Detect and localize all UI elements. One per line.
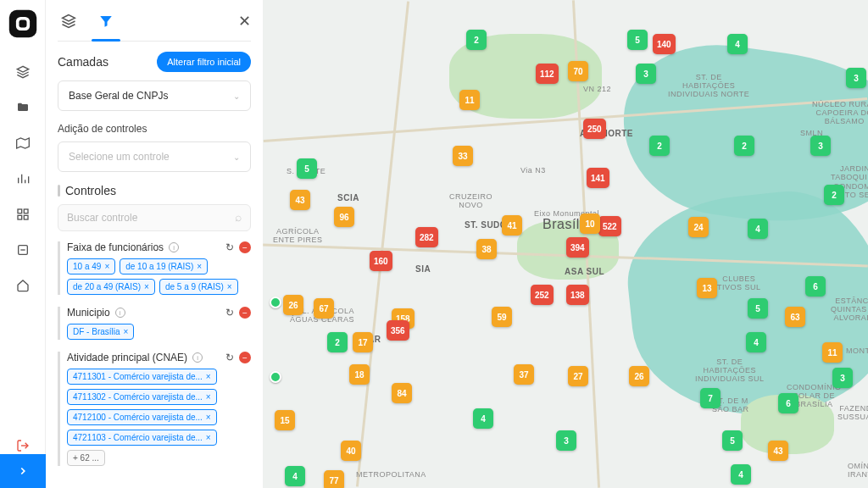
alterar-filtro-button[interactable]: Alterar filtro inicial	[157, 52, 251, 72]
reload-icon[interactable]: ↻	[225, 352, 234, 363]
cluster-marker[interactable]: 138	[566, 285, 589, 305]
cluster-marker[interactable]: 5	[627, 30, 648, 50]
cluster-marker[interactable]: 96	[334, 207, 354, 227]
cluster-marker[interactable]: 252	[531, 285, 554, 305]
cluster-marker[interactable]: 17	[353, 332, 373, 352]
cluster-marker[interactable]: 5	[722, 430, 743, 451]
base-layer-select[interactable]: Base Geral de CNPJs ⌄	[58, 80, 251, 111]
cluster-marker[interactable]: 24	[688, 217, 709, 237]
rail-home-icon[interactable]	[14, 277, 31, 294]
chip-remove-icon[interactable]: ×	[206, 413, 211, 422]
filter-chip[interactable]: de 10 a 19 (RAIS)×	[120, 258, 208, 274]
filter-chip[interactable]: 4721103 - Comércio varejista de...×	[67, 430, 217, 446]
cluster-marker[interactable]: 394	[566, 237, 589, 258]
cluster-marker[interactable]: 33	[453, 146, 473, 166]
filter-chip[interactable]: 4711302 - Comércio varejista de...×	[67, 389, 217, 405]
cluster-marker[interactable]: 2	[327, 332, 348, 352]
cluster-marker[interactable]: 40	[341, 441, 361, 461]
cluster-marker[interactable]: 7	[700, 388, 721, 408]
rail-apps-icon[interactable]	[14, 206, 31, 223]
cluster-marker[interactable]: 63	[785, 307, 805, 327]
cluster-marker[interactable]: 160	[370, 251, 392, 271]
cluster-marker[interactable]: 13	[697, 278, 717, 298]
reload-icon[interactable]: ↻	[225, 307, 234, 319]
rail-export-icon[interactable]	[14, 241, 31, 258]
info-icon[interactable]: i	[115, 308, 125, 318]
map-canvas[interactable]: Brasília ASA NORTEASA SULST. SUDOESSIAGU…	[263, 0, 868, 488]
cluster-marker[interactable]: 3	[832, 368, 853, 388]
cluster-marker[interactable]: 4	[748, 219, 768, 239]
cluster-marker[interactable]: 67	[314, 298, 334, 319]
remove-group-icon[interactable]: −	[239, 352, 251, 363]
cluster-marker[interactable]: 3	[556, 430, 576, 451]
cluster-marker[interactable]: 5	[297, 158, 317, 179]
cluster-marker[interactable]: 4	[727, 34, 748, 54]
rail-folder-icon[interactable]	[14, 99, 31, 116]
cluster-marker[interactable]: 3	[810, 136, 831, 156]
cluster-marker[interactable]: 11	[459, 90, 480, 110]
filter-chip[interactable]: de 20 a 49 (RAIS)×	[67, 279, 155, 295]
remove-group-icon[interactable]: −	[239, 307, 251, 319]
point-marker[interactable]	[270, 371, 281, 383]
logout-icon[interactable]	[14, 437, 31, 454]
expand-rail-button[interactable]	[0, 454, 46, 488]
chip-remove-icon[interactable]: ×	[227, 282, 232, 291]
chip-remove-icon[interactable]: ×	[197, 262, 202, 271]
tab-layers[interactable]	[58, 10, 80, 32]
filter-chip[interactable]: 4712100 - Comércio varejista de...×	[67, 409, 217, 425]
cluster-marker[interactable]: 11	[822, 342, 843, 363]
cluster-marker[interactable]: 10	[580, 214, 600, 234]
filter-chip[interactable]: de 5 a 9 (RAIS)×	[159, 279, 238, 295]
filter-chip[interactable]: 10 a 49×	[67, 258, 115, 274]
chip-remove-icon[interactable]: ×	[206, 392, 211, 402]
tab-filter[interactable]	[95, 10, 117, 32]
cluster-marker[interactable]: 59	[492, 307, 512, 327]
cluster-marker[interactable]: 26	[629, 366, 649, 386]
cluster-marker[interactable]: 2	[466, 30, 487, 50]
cluster-marker[interactable]: 112	[536, 64, 559, 84]
cluster-marker[interactable]: 140	[653, 34, 676, 54]
chip-more[interactable]: + 62 ...	[67, 450, 105, 466]
chip-remove-icon[interactable]: ×	[104, 262, 109, 271]
cluster-marker[interactable]: 43	[290, 190, 310, 210]
chip-remove-icon[interactable]: ×	[124, 327, 129, 336]
rail-chart-icon[interactable]	[14, 170, 31, 187]
cluster-marker[interactable]: 84	[392, 383, 412, 403]
cluster-marker[interactable]: 356	[387, 320, 409, 341]
chip-remove-icon[interactable]: ×	[144, 282, 149, 291]
cluster-marker[interactable]: 38	[476, 239, 497, 259]
cluster-marker[interactable]: 4	[731, 464, 751, 485]
point-marker[interactable]	[270, 297, 281, 308]
info-icon[interactable]: i	[169, 242, 179, 252]
cluster-marker[interactable]: 282	[415, 227, 438, 247]
remove-group-icon[interactable]: −	[239, 241, 251, 253]
cluster-marker[interactable]: 2	[824, 185, 844, 205]
cluster-marker[interactable]: 6	[805, 276, 826, 297]
cluster-marker[interactable]: 43	[768, 441, 788, 461]
filter-chip[interactable]: 4711301 - Comércio varejista de...×	[67, 369, 217, 385]
cluster-marker[interactable]: 70	[568, 61, 588, 81]
info-icon[interactable]: i	[192, 352, 203, 363]
cluster-marker[interactable]: 2	[649, 136, 670, 156]
cluster-marker[interactable]: 41	[502, 215, 522, 236]
cluster-marker[interactable]: 77	[324, 470, 344, 488]
cluster-marker[interactable]: 6	[778, 393, 798, 413]
cluster-marker[interactable]: 3	[636, 64, 656, 84]
cluster-marker[interactable]: 26	[283, 295, 303, 315]
cluster-marker[interactable]: 141	[587, 168, 609, 188]
cluster-marker[interactable]: 3	[846, 68, 866, 88]
cluster-marker[interactable]: 18	[349, 364, 370, 385]
cluster-marker[interactable]: 4	[746, 332, 766, 352]
filter-chip[interactable]: DF - Brasília×	[67, 324, 134, 340]
cluster-marker[interactable]: 27	[568, 366, 588, 386]
cluster-marker[interactable]: 5	[748, 298, 768, 319]
close-panel-icon[interactable]: ✕	[238, 12, 251, 30]
cluster-marker[interactable]: 15	[275, 410, 295, 430]
add-control-select[interactable]: Selecione um controle ⌄	[58, 141, 251, 172]
chip-remove-icon[interactable]: ×	[206, 372, 211, 381]
cluster-marker[interactable]: 250	[583, 119, 606, 139]
cluster-marker[interactable]: 4	[285, 466, 305, 486]
cluster-marker[interactable]: 37	[514, 364, 534, 385]
search-control-input[interactable]: Buscar controle	[58, 204, 251, 231]
cluster-marker[interactable]: 2	[734, 136, 754, 156]
